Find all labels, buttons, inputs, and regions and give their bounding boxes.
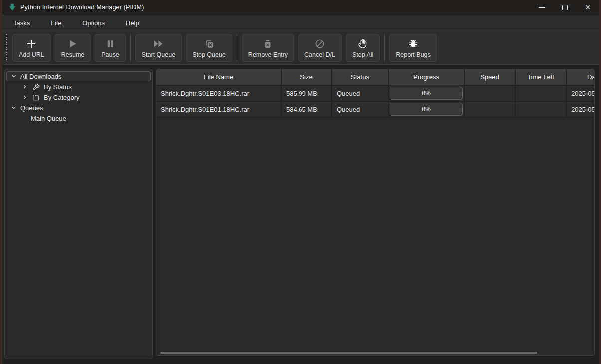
column-header-time-left[interactable]: Time Left	[516, 69, 566, 85]
column-header-speed[interactable]: Speed	[465, 69, 515, 85]
window-title: Python Internet Download Manager (PIDM)	[20, 4, 144, 11]
start-queue-button[interactable]: Start Queue	[135, 34, 182, 62]
cancel-icon	[314, 38, 325, 50]
tree-label: All Downloads	[20, 73, 61, 80]
sidebar-item-all-downloads[interactable]: All Downloads	[6, 71, 151, 81]
sidebar-item-main-queue[interactable]: Main Queue	[6, 113, 151, 123]
progress-cell[interactable]: 0%	[389, 86, 464, 101]
pause-icon	[106, 38, 115, 50]
column-header-progress[interactable]: Progress	[389, 69, 464, 85]
close-icon: ✕	[585, 4, 591, 11]
time-left-cell[interactable]	[516, 86, 566, 101]
stop-queue-button[interactable]: Stop Queue	[186, 34, 232, 62]
status-cell[interactable]: Queued	[332, 86, 388, 101]
horizontal-scrollbar[interactable]	[160, 352, 590, 354]
file-name-cell[interactable]: Shrlck.Dghtr.S01E03.18HC.rar	[156, 86, 281, 101]
speed-cell[interactable]	[465, 86, 515, 101]
remove-entry-button[interactable]: Remove Entry	[242, 34, 294, 62]
file-name-cell[interactable]: Shrlck.Dghtr.S01E01.18HC.rar	[156, 102, 281, 117]
category-tree: All Downloads By Status By Category	[4, 69, 153, 359]
stop-all-button[interactable]: Stop All	[346, 34, 380, 62]
plus-icon	[26, 38, 37, 50]
progress-cell[interactable]: 0%	[389, 102, 464, 117]
trash-icon	[263, 38, 273, 50]
speed-cell[interactable]	[465, 102, 515, 117]
downloads-grid: File Name Size Status Progress Speed Tim…	[156, 69, 595, 118]
toolbar: Add URL Resume Pause Start Queue	[2, 31, 599, 65]
sidebar-item-by-status[interactable]: By Status	[6, 82, 151, 92]
status-cell[interactable]: Queued	[332, 102, 388, 117]
fast-forward-icon	[153, 38, 164, 50]
toolbar-separator	[130, 34, 131, 62]
resume-button[interactable]: Resume	[55, 34, 91, 62]
downloads-table: File Name Size Status Progress Speed Tim…	[156, 69, 595, 356]
bug-icon	[408, 38, 419, 50]
menu-bar: Tasks File Options Help	[2, 15, 599, 31]
chevron-down-icon[interactable]	[11, 105, 17, 111]
play-icon	[68, 38, 78, 50]
download-arrow-icon	[9, 3, 16, 11]
column-header-file-name[interactable]: File Name	[156, 69, 281, 85]
toolbar-drag-handle[interactable]	[6, 34, 7, 61]
column-header-date-added[interactable]: Date Added	[567, 69, 595, 85]
app-window: Python Internet Download Manager (PIDM) …	[0, 0, 601, 364]
menu-options[interactable]: Options	[75, 16, 112, 30]
minimize-button[interactable]	[530, 0, 553, 15]
sidebar-item-by-category[interactable]: By Category	[6, 92, 151, 102]
report-bugs-button[interactable]: Report Bugs	[389, 34, 437, 62]
hand-icon	[357, 38, 368, 50]
progress-bar: 0%	[390, 103, 463, 116]
tree-label: By Category	[44, 94, 80, 101]
pause-button[interactable]: Pause	[95, 34, 125, 62]
scrollbar-thumb[interactable]	[160, 352, 537, 354]
column-header-status[interactable]: Status	[332, 69, 388, 85]
add-url-button[interactable]: Add URL	[12, 34, 51, 62]
menu-file[interactable]: File	[44, 16, 68, 30]
size-cell[interactable]: 584.65 MB	[282, 102, 331, 117]
toolbar-separator	[237, 34, 237, 62]
main-area: All Downloads By Status By Category	[2, 65, 599, 364]
progress-bar: 0%	[390, 87, 463, 100]
tree-label: Queues	[20, 104, 43, 112]
folder-icon	[32, 94, 40, 101]
chevron-right-icon[interactable]	[22, 94, 28, 100]
size-cell[interactable]: 585.99 MB	[282, 86, 331, 101]
date-added-cell[interactable]: 2025-05-30	[567, 86, 595, 101]
chevron-right-icon[interactable]	[22, 84, 28, 90]
chevron-down-icon[interactable]	[11, 73, 17, 79]
menu-help[interactable]: Help	[119, 16, 146, 30]
wrench-icon	[32, 83, 40, 91]
maximize-icon	[562, 5, 568, 10]
tree-label: By Status	[44, 83, 72, 91]
time-left-cell[interactable]	[516, 102, 566, 117]
tree-label: Main Queue	[31, 115, 66, 122]
title-bar: Python Internet Download Manager (PIDM) …	[2, 0, 599, 15]
sidebar-item-queues[interactable]: Queues	[6, 103, 151, 113]
minimize-icon	[539, 7, 545, 8]
date-added-cell[interactable]: 2025-05-30	[567, 102, 595, 117]
menu-tasks[interactable]: Tasks	[6, 16, 37, 30]
cancel-dl-button[interactable]: Cancel D/L	[298, 34, 342, 62]
maximize-button[interactable]	[553, 0, 576, 15]
close-button[interactable]: ✕	[576, 0, 599, 15]
column-header-size[interactable]: Size	[282, 69, 331, 85]
stop-queue-icon	[204, 38, 215, 50]
toolbar-separator	[384, 34, 385, 62]
